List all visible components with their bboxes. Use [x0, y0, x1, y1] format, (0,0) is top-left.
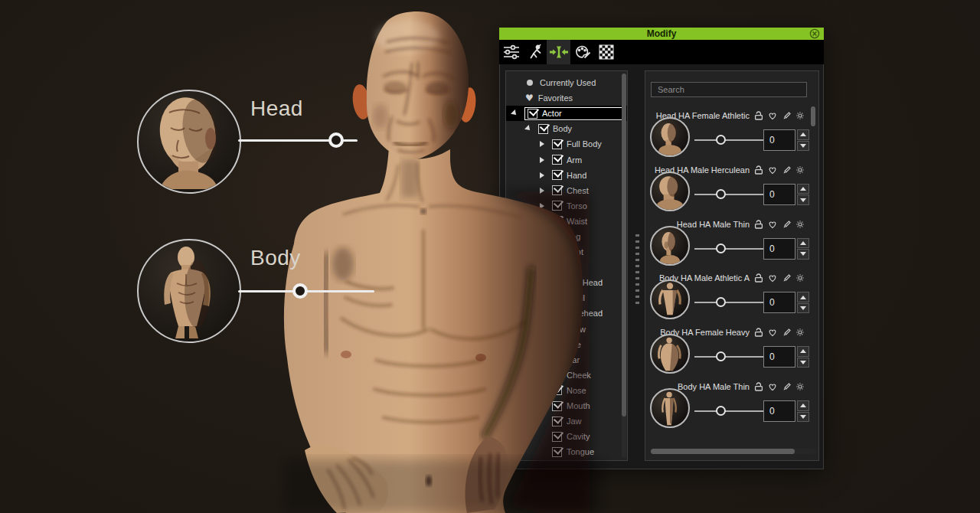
checkbox-ear[interactable]	[552, 355, 562, 364]
heart-icon[interactable]	[768, 328, 777, 337]
tree-item-jaw[interactable]: Jaw	[506, 413, 627, 429]
morph-value-input[interactable]: 0	[763, 292, 795, 313]
tree-item-chest[interactable]: Chest	[506, 183, 627, 198]
tree-item-cavity[interactable]: Cavity	[506, 429, 627, 444]
morph-slider-track[interactable]	[694, 356, 769, 358]
checkbox-full-body[interactable]	[552, 139, 562, 149]
checkbox-chest[interactable]	[552, 185, 562, 195]
checkbox-nose[interactable]	[552, 385, 562, 395]
checkbox-skull[interactable]	[552, 293, 562, 303]
morph-slider-handle[interactable]	[716, 243, 726, 253]
tree-item-hand[interactable]: Hand	[506, 168, 627, 183]
search-input[interactable]	[651, 82, 807, 97]
checkbox-jaw[interactable]	[552, 417, 562, 426]
tab-adjust[interactable]	[499, 40, 523, 64]
expander-collapsed-icon[interactable]	[537, 171, 547, 180]
spinner-up-button[interactable]	[797, 129, 809, 140]
pencil-icon[interactable]	[782, 220, 791, 229]
tab-appearance[interactable]	[570, 40, 594, 64]
tab-pose[interactable]	[523, 40, 547, 64]
spinner-up-button[interactable]	[797, 184, 809, 194]
tree-item-mouth[interactable]: Mouth	[506, 398, 627, 413]
tree-item-nose[interactable]: Nose	[506, 383, 627, 398]
morph-slider-track[interactable]	[694, 194, 769, 195]
horizontal-scrollbar-thumb[interactable]	[651, 449, 795, 454]
panel-splitter-handle[interactable]	[635, 234, 639, 306]
checkbox-eye[interactable]	[552, 339, 562, 349]
spinner-down-button[interactable]	[797, 141, 809, 152]
heart-icon[interactable]	[768, 273, 777, 283]
morph-thumbnail-female-head-athletic[interactable]	[650, 117, 690, 157]
morph-slider-handle[interactable]	[716, 135, 726, 145]
heart-icon[interactable]	[768, 111, 777, 120]
expander-collapsed-icon[interactable]	[537, 232, 547, 241]
tree-item-tongue[interactable]: Tongue	[506, 444, 627, 459]
expander-collapsed-icon[interactable]	[537, 186, 547, 195]
spinner-down-button[interactable]	[797, 194, 809, 205]
tree-item-skull[interactable]: Skull	[506, 290, 627, 306]
checkbox-leg[interactable]	[552, 231, 562, 241]
checkbox-head[interactable]	[538, 263, 548, 273]
morph-slider-track[interactable]	[694, 248, 769, 250]
checkbox-arm[interactable]	[552, 155, 562, 165]
spinner-up-button[interactable]	[797, 238, 809, 249]
morph-scrollbar-thumb[interactable]	[811, 106, 815, 126]
tree-item-favorites[interactable]: ♥Favorites	[506, 90, 627, 106]
pencil-icon[interactable]	[782, 328, 791, 337]
morph-value-input[interactable]: 0	[763, 129, 795, 151]
checkbox-cheek[interactable]	[552, 370, 562, 380]
morph-thumbnail-male-head-thin[interactable]	[650, 226, 690, 266]
tree-item-eye[interactable]: Eye	[506, 337, 627, 352]
heart-icon[interactable]	[768, 382, 777, 391]
checkbox-cavity[interactable]	[552, 432, 562, 442]
tree-item-body[interactable]: Body	[506, 121, 627, 136]
expander-collapsed-icon[interactable]	[537, 201, 547, 211]
pencil-icon[interactable]	[782, 382, 791, 391]
gear-icon[interactable]	[795, 111, 805, 120]
unlock-icon[interactable]	[754, 273, 763, 283]
tree-item-cheek[interactable]: Cheek	[506, 368, 627, 383]
tree-item-waist[interactable]: Waist	[506, 214, 627, 229]
tree-item-arm[interactable]: Arm	[506, 152, 627, 167]
tree-item-forehead[interactable]: Forehead	[506, 306, 627, 321]
checkbox-hand[interactable]	[552, 170, 562, 180]
unlock-icon[interactable]	[754, 165, 763, 175]
checkbox-full-head[interactable]	[552, 278, 562, 288]
tree-scrollbar[interactable]	[622, 74, 626, 458]
checkbox-mouth[interactable]	[552, 401, 562, 411]
expander-expanded-icon[interactable]	[523, 263, 534, 272]
unlock-icon[interactable]	[754, 220, 763, 229]
heart-icon[interactable]	[768, 220, 777, 229]
horizontal-scrollbar[interactable]	[649, 449, 816, 454]
spinner-down-button[interactable]	[797, 303, 809, 314]
heart-icon[interactable]	[768, 165, 777, 175]
tree-item-head[interactable]: Head	[506, 260, 627, 275]
pencil-icon[interactable]	[782, 165, 791, 175]
expander-collapsed-icon[interactable]	[537, 155, 547, 165]
unlock-icon[interactable]	[754, 328, 763, 337]
tree-item-currently-used[interactable]: Currently Used	[506, 75, 627, 90]
expander-collapsed-icon[interactable]	[537, 247, 547, 256]
morph-slider-track[interactable]	[694, 410, 769, 412]
morph-slider-track[interactable]	[694, 302, 769, 303]
gear-icon[interactable]	[795, 165, 805, 175]
expander-expanded-icon[interactable]	[523, 124, 534, 133]
unlock-icon[interactable]	[754, 382, 763, 391]
morph-value-input[interactable]: 0	[763, 346, 795, 368]
checkbox-actor[interactable]	[528, 109, 537, 119]
tree-item-leg[interactable]: Leg	[506, 229, 627, 244]
checkbox-torso[interactable]	[552, 201, 562, 211]
tree-item-brow[interactable]: Brow	[506, 322, 627, 337]
checkbox-forehead[interactable]	[552, 309, 562, 319]
pencil-icon[interactable]	[782, 273, 791, 283]
gear-icon[interactable]	[795, 220, 805, 229]
gear-icon[interactable]	[795, 273, 805, 283]
checkbox-brow[interactable]	[552, 324, 562, 334]
tree-item-ear[interactable]: Ear	[506, 352, 627, 368]
tree-item-actor[interactable]: Actor	[506, 106, 627, 121]
spinner-down-button[interactable]	[797, 412, 809, 423]
spinner-up-button[interactable]	[797, 346, 809, 357]
tree-item-full-body[interactable]: Full Body	[506, 136, 627, 152]
morph-slider-handle[interactable]	[716, 189, 726, 199]
expander-expanded-icon[interactable]	[509, 109, 520, 118]
